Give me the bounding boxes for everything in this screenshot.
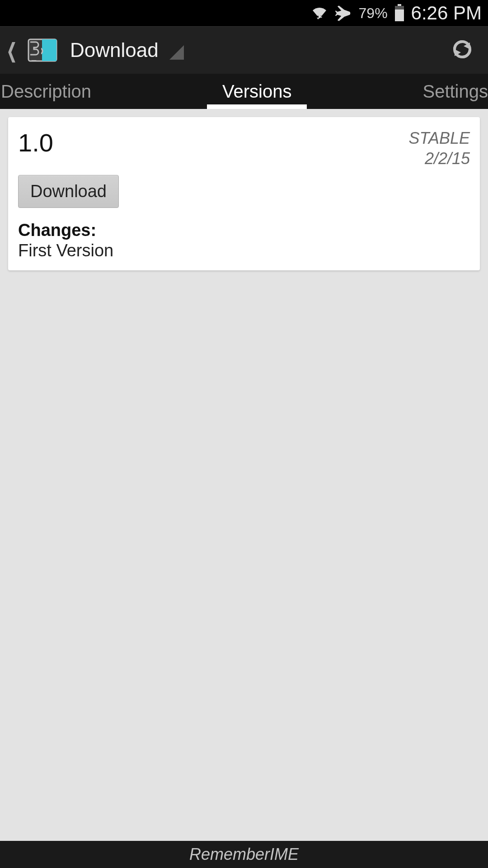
tab-settings[interactable]: Settings — [421, 74, 488, 109]
tab-label: Versions — [222, 81, 291, 102]
page-title: Download — [70, 39, 159, 61]
clock: 6:26 PM — [411, 2, 482, 24]
battery-icon — [394, 4, 405, 22]
download-button-label: Download — [30, 182, 107, 201]
tab-description[interactable]: Description — [0, 74, 93, 109]
action-bar: ❮ Download — [0, 26, 488, 74]
airplane-icon — [334, 4, 352, 22]
card-header: 1.0 STABLE 2/2/15 — [18, 128, 470, 169]
stability-info: STABLE 2/2/15 — [409, 128, 470, 169]
changes-text: First Version — [18, 241, 470, 260]
wifi-icon — [311, 6, 328, 20]
back-button[interactable]: ❮ — [0, 27, 59, 74]
back-chevron-icon: ❮ — [7, 39, 17, 62]
download-button[interactable]: Download — [18, 175, 119, 208]
tab-bar: Description Versions Settings — [0, 74, 488, 109]
footer-bar: RememberIME — [0, 841, 488, 868]
tab-label: Settings — [422, 81, 488, 102]
module-name: RememberIME — [189, 845, 299, 864]
spinner-triangle-icon — [169, 45, 184, 60]
svg-rect-0 — [398, 4, 401, 6]
changes-heading: Changes: — [18, 221, 470, 240]
content-area: 1.0 STABLE 2/2/15 Download Changes: Firs… — [0, 109, 488, 278]
svg-rect-4 — [42, 39, 56, 61]
refresh-button[interactable] — [450, 37, 474, 63]
svg-rect-2 — [395, 9, 404, 21]
battery-percent: 79% — [359, 5, 388, 22]
release-date: 2/2/15 — [409, 148, 470, 169]
status-bar: 79% 6:26 PM — [0, 0, 488, 26]
title-spinner[interactable]: Download — [70, 39, 450, 61]
tab-label: Description — [1, 81, 91, 102]
stability-label: STABLE — [409, 128, 470, 148]
version-card: 1.0 STABLE 2/2/15 Download Changes: Firs… — [8, 117, 480, 270]
version-number: 1.0 — [18, 128, 53, 157]
tab-versions[interactable]: Versions — [221, 74, 293, 109]
refresh-icon — [450, 37, 474, 61]
svg-rect-8 — [29, 40, 41, 60]
xposed-icon — [26, 38, 59, 63]
